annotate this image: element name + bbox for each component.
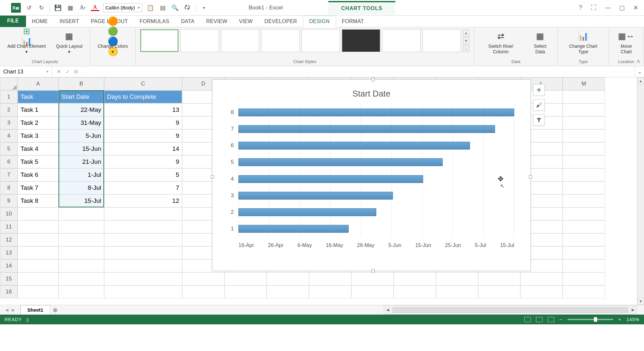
calendar-icon[interactable]: ▤ (158, 4, 167, 12)
cell[interactable]: 8-Jul (59, 181, 104, 194)
cell[interactable] (563, 155, 605, 168)
cell[interactable]: 5 (104, 168, 182, 181)
select-data-button[interactable]: ▦Select Data (527, 29, 553, 56)
change-chart-type-button[interactable]: 📊Change Chart Type (562, 29, 604, 56)
tab-formulas[interactable]: FORMULAS (134, 16, 175, 27)
cell[interactable]: 31-May (59, 116, 104, 129)
row-header[interactable]: 16 (0, 285, 18, 298)
row-header[interactable]: 10 (0, 207, 18, 220)
hscroll-left-icon[interactable]: ◀ (384, 306, 391, 314)
cell[interactable] (59, 233, 104, 246)
tab-view[interactable]: VIEW (233, 16, 259, 27)
cell[interactable] (563, 168, 605, 181)
vertical-scrollbar[interactable]: ▲ ▼ (637, 77, 644, 305)
zoom-in-icon[interactable]: + (618, 317, 621, 322)
cell[interactable] (104, 259, 182, 272)
column-header[interactable]: C (104, 77, 182, 90)
cell[interactable]: Task 1 (18, 103, 59, 116)
style-thumb-4[interactable] (261, 29, 300, 52)
row-header[interactable]: 4 (0, 129, 18, 142)
cell[interactable] (563, 259, 605, 272)
cell[interactable] (18, 285, 59, 298)
cell[interactable]: Days to Complete (104, 90, 182, 103)
tab-review[interactable]: REVIEW (200, 16, 233, 27)
cell[interactable] (59, 272, 104, 285)
row-header[interactable]: 2 (0, 103, 18, 116)
save-icon[interactable]: 💾 (54, 4, 62, 12)
cell[interactable] (520, 272, 563, 285)
macro-record-icon[interactable]: ▯ (26, 317, 29, 322)
cell[interactable] (478, 285, 520, 298)
cell[interactable] (59, 220, 104, 233)
cell[interactable] (563, 142, 605, 155)
cell[interactable] (563, 220, 605, 233)
cell[interactable] (18, 259, 59, 272)
cell[interactable] (563, 246, 605, 259)
column-header[interactable]: A (18, 77, 59, 90)
cell[interactable] (59, 207, 104, 220)
cell[interactable]: Task 3 (18, 129, 59, 142)
cell[interactable] (104, 233, 182, 246)
chart-bar[interactable] (238, 225, 349, 233)
zoom-icon[interactable]: 🔍 (171, 4, 179, 12)
zoom-level[interactable]: 145% (626, 317, 639, 322)
gallery-up-icon[interactable]: ▲ (463, 29, 469, 36)
tab-developer[interactable]: DEVELOPER (259, 16, 303, 27)
cell[interactable] (59, 285, 104, 298)
redo-icon[interactable]: ↻ (37, 4, 46, 12)
cell[interactable] (351, 272, 394, 285)
customize-qat-icon[interactable]: ▾ (200, 4, 208, 12)
style-thumb-5[interactable] (302, 29, 340, 52)
cell[interactable] (104, 285, 182, 298)
cell[interactable] (104, 246, 182, 259)
embedded-chart[interactable]: Start Date 12345678 16-Apr26-Apr6-May16-… (212, 79, 531, 271)
help-icon[interactable]: ? (579, 4, 582, 11)
row-header[interactable]: 6 (0, 155, 18, 168)
cell[interactable] (563, 233, 605, 246)
cell[interactable] (18, 207, 59, 220)
scroll-up-icon[interactable]: ▲ (637, 77, 644, 84)
cell[interactable] (104, 220, 182, 233)
horizontal-scrollbar[interactable]: ◀ ▶ (384, 305, 637, 315)
row-header[interactable]: 1 (0, 90, 18, 103)
worksheet[interactable]: ABCDEFGHIJKLM1TaskStart DateDays to Comp… (0, 77, 644, 305)
sheet-tab-sheet1[interactable]: Sheet1 (20, 305, 50, 315)
row-header[interactable]: 13 (0, 246, 18, 259)
chart-bar[interactable] (238, 109, 514, 116)
style-thumb-7[interactable] (382, 29, 421, 52)
cell[interactable]: 5-Jun (59, 129, 104, 142)
cell[interactable] (563, 103, 605, 116)
close-icon[interactable]: ✕ (633, 4, 638, 11)
chart-styles-button[interactable]: 🖌 (533, 99, 545, 111)
chart-filters-button[interactable] (533, 114, 545, 126)
cell[interactable] (563, 129, 605, 142)
cell[interactable]: 13 (104, 103, 182, 116)
fx-icon[interactable]: fx (74, 69, 78, 75)
font-size-icon[interactable]: A▾ (78, 4, 87, 12)
chart-title[interactable]: Start Date (212, 80, 530, 104)
row-header[interactable]: 14 (0, 259, 18, 272)
column-header[interactable]: B (59, 77, 104, 90)
font-color-icon[interactable]: A (91, 5, 99, 11)
cell[interactable] (182, 285, 224, 298)
cell[interactable] (436, 272, 478, 285)
expand-formula-bar-icon[interactable]: ⌄ (635, 66, 644, 77)
undo-icon[interactable]: ↺ (25, 4, 33, 12)
row-header[interactable]: 11 (0, 220, 18, 233)
chart-plot-area[interactable]: 12345678 16-Apr26-Apr6-May16-May26-May5-… (235, 104, 514, 237)
enter-formula-icon[interactable]: ✓ (65, 69, 70, 75)
tab-scroll-left-icon[interactable]: ◀ (5, 307, 8, 312)
formula-input[interactable] (83, 66, 635, 77)
cell[interactable]: Task 6 (18, 168, 59, 181)
chart-bar[interactable] (238, 208, 376, 216)
cell[interactable] (59, 246, 104, 259)
tab-home[interactable]: HOME (26, 16, 54, 27)
row-header[interactable]: 5 (0, 142, 18, 155)
row-header[interactable]: 7 (0, 168, 18, 181)
cell[interactable]: 15-Jul (59, 194, 104, 207)
cell[interactable] (351, 285, 394, 298)
cell[interactable]: Task 2 (18, 116, 59, 129)
cell[interactable]: 7 (104, 181, 182, 194)
cell[interactable] (563, 90, 605, 103)
refresh-icon[interactable]: 🗘 (183, 4, 192, 12)
